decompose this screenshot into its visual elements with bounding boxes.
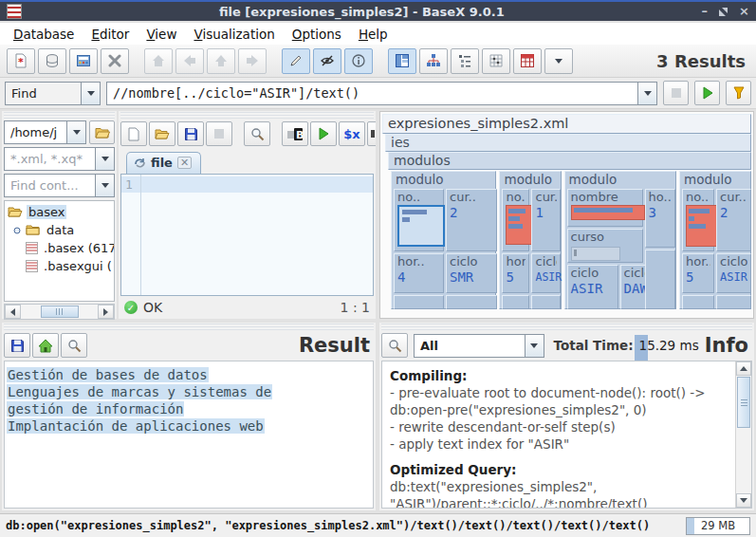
treemap-document[interactable]: expresiones_simples2.xml [382,114,751,134]
path-input[interactable]: /home/j [4,120,86,144]
tree-item-basex[interactable]: basex [5,203,114,221]
tab-file[interactable]: file ✕ [126,152,201,174]
menu-options[interactable]: Options [284,24,350,45]
scroll-up-button[interactable] [736,361,751,376]
cell-curso[interactable]: cur.. 1 [531,189,561,251]
scroll-left-button[interactable] [5,305,21,319]
empty-cell[interactable] [446,295,497,309]
filter-results-button[interactable] [726,81,751,105]
horizontal-scrollbar[interactable] [4,304,115,320]
cell-curso[interactable]: curso [567,229,643,263]
forward-button[interactable] [238,48,267,74]
save-file-button[interactable] [177,121,204,146]
scrollbar-thumb[interactable] [41,306,79,318]
scroll-down-button[interactable] [736,493,751,508]
folder-view-button[interactable] [451,48,479,74]
selected-text-box[interactable] [397,205,445,247]
search-info-button[interactable] [381,333,408,358]
cell-horas[interactable]: hor.. 5 [502,253,529,293]
treemap-module-2[interactable]: modulo no.. cur.. 1 hor.. 5 ciclo ASIR [499,171,561,309]
scroll-right-button[interactable] [98,305,114,319]
editor-run-button[interactable] [310,121,337,146]
external-variables-button[interactable]: $x [339,121,365,146]
cell-nombre[interactable]: no.. [502,189,529,251]
empty-cell[interactable] [682,295,714,309]
format-button-partial[interactable] [367,121,376,146]
vertical-scrollbar[interactable] [735,361,751,508]
menu-editor[interactable]: Editor [83,24,138,45]
tree-item-basexgui-file[interactable]: .basexgui ( [5,257,114,275]
back-button[interactable] [175,48,204,74]
query-input[interactable]: //nombre[../ciclo="ASIR"]/text() [106,82,657,105]
treemap-group-node[interactable]: modulos [388,152,751,170]
treemap-module-1[interactable]: modulo no.. cur.. 2 hor.. 4 ciclo SMR [391,171,496,309]
properties-button[interactable] [69,48,98,74]
external-editor-button[interactable]: B [282,121,308,146]
tree-item-basex-file[interactable]: .basex (617 [5,239,114,257]
search-result-button[interactable] [61,333,87,358]
cell-horas[interactable]: ho.. 3 [645,189,675,248]
close-button[interactable]: × [739,5,749,18]
cell-nombre[interactable]: no.. [682,189,714,251]
home-button[interactable] [144,48,173,74]
path-history-arrow[interactable] [66,121,85,143]
filter-history-arrow[interactable] [95,148,114,170]
tab-close-icon[interactable]: ✕ [177,157,192,169]
more-views-button[interactable] [544,48,573,74]
search-mode-select[interactable]: Find [5,82,101,105]
treemap-root-node[interactable]: ies [385,134,751,152]
panel-grip[interactable] [4,324,374,330]
find-contents-input[interactable]: Find cont... [4,174,115,197]
cell-horas[interactable]: hor.. 5 [682,253,714,293]
map-view-button[interactable] [388,48,416,74]
close-database-button[interactable] [101,48,129,74]
tree-item-data[interactable]: data [5,221,114,239]
browse-folder-button[interactable] [89,120,115,144]
cell-ciclo[interactable]: ciclo ASIR [531,253,561,293]
save-result-button[interactable] [4,333,30,358]
cell-ciclo[interactable]: ciclo ASIR [716,253,751,293]
matched-text-box[interactable] [686,205,717,247]
edit-toggle-button[interactable] [282,48,310,74]
editor-textarea[interactable]: 1 [120,174,374,296]
up-button[interactable] [207,48,235,74]
open-file-button[interactable] [149,121,175,146]
stop-button[interactable] [663,81,689,105]
query-history-arrow[interactable] [637,83,656,104]
treemap-module-3[interactable]: modulo nombre ho.. 3 curso ciclo ASIR ci… [564,171,676,309]
editor-search-button[interactable] [244,121,270,146]
panel-grip[interactable] [120,112,374,119]
empty-cell[interactable] [531,295,561,309]
contents-history-arrow[interactable] [95,175,114,196]
empty-cell[interactable] [645,250,675,309]
panel-grip[interactable] [4,112,115,119]
cell-curso[interactable]: cur.. 2 [716,189,751,251]
cell-horas[interactable]: hor.. 4 [394,253,444,293]
info-filter-arrow[interactable] [525,335,544,357]
cell-nombre[interactable]: no.. [394,189,444,251]
new-file-button[interactable] [120,121,147,146]
matched-text-box[interactable] [506,205,532,245]
scrollbar-track[interactable] [736,429,751,493]
menu-visualization[interactable]: Visualization [185,24,283,45]
open-database-button[interactable] [38,48,66,74]
treemap-module-4[interactable]: modulo no.. cur.. 2 hor.. 5 ciclo ASIR [679,171,751,309]
menu-help[interactable]: Help [350,24,396,45]
filter-toggle-button[interactable] [313,48,341,74]
cell-ciclo-1[interactable]: ciclo ASIR [567,265,618,309]
matched-text-box[interactable] [571,205,645,220]
menu-view[interactable]: View [138,24,185,45]
minimize-button[interactable]: – [702,5,709,18]
plot-view-button[interactable] [482,48,510,74]
new-database-button[interactable]: * [7,48,35,74]
memory-indicator[interactable]: 29 MB [686,517,750,535]
info-filter-select[interactable]: All [414,334,544,358]
empty-cell[interactable] [502,295,529,309]
cell-nombre[interactable]: nombre [567,189,643,227]
restore-button[interactable] [719,8,728,16]
empty-cell[interactable] [716,295,751,309]
scrollbar-thumb[interactable] [737,377,750,428]
cell-curso[interactable]: cur.. 2 [446,189,497,251]
file-filter-input[interactable]: *.xml, *.xq* [4,147,115,171]
info-toggle-button[interactable] [344,48,373,74]
